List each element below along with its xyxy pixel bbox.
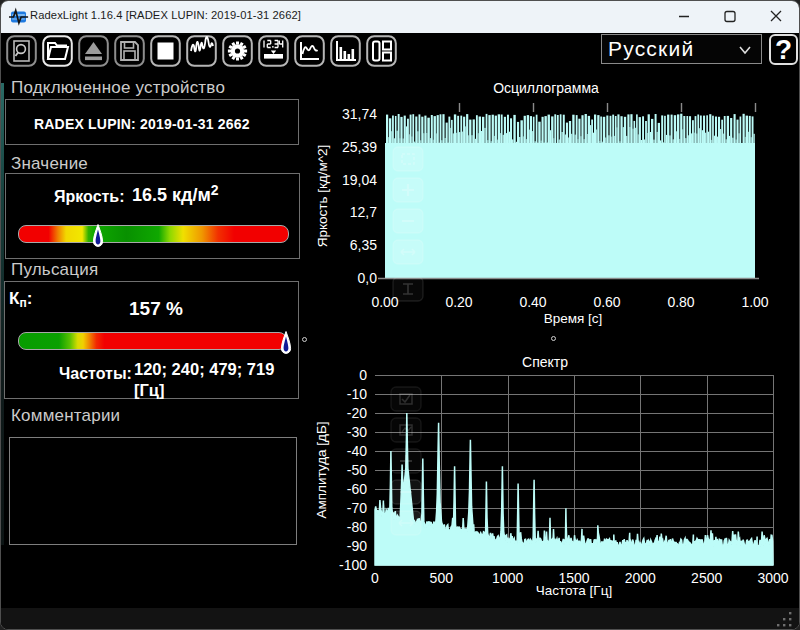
- svg-text:0.40: 0.40: [519, 294, 546, 310]
- svg-text:19,04: 19,04: [342, 172, 377, 188]
- svg-text:-30: -30: [347, 424, 367, 440]
- svg-text:Частота [Гц]: Частота [Гц]: [536, 583, 612, 598]
- svg-text:Осциллограмма: Осциллограмма: [493, 80, 599, 96]
- svg-text:3000: 3000: [757, 570, 788, 586]
- svg-text:-40: -40: [347, 443, 367, 459]
- svg-text:2000: 2000: [625, 570, 656, 586]
- svg-text:25,39: 25,39: [342, 139, 377, 155]
- svg-text:1000: 1000: [492, 570, 523, 586]
- svg-text:0: 0: [371, 570, 379, 586]
- svg-text:2500: 2500: [691, 570, 722, 586]
- svg-text:500: 500: [430, 570, 454, 586]
- svg-text:6,35: 6,35: [350, 237, 377, 253]
- svg-text:-70: -70: [347, 500, 367, 516]
- svg-text:0: 0: [359, 367, 367, 383]
- svg-text:0.60: 0.60: [593, 294, 620, 310]
- svg-text:0.80: 0.80: [667, 294, 694, 310]
- svg-text:-60: -60: [347, 481, 367, 497]
- svg-text:1.00: 1.00: [741, 294, 768, 310]
- svg-text:Спектр: Спектр: [522, 354, 568, 370]
- svg-text:-50: -50: [347, 462, 367, 478]
- svg-text:Амплитуда [дБ]: Амплитуда [дБ]: [314, 421, 329, 518]
- svg-text:-100: -100: [339, 557, 367, 573]
- svg-text:Время [с]: Время [с]: [544, 311, 603, 326]
- svg-text:12,7: 12,7: [350, 204, 377, 220]
- svg-text:-10: -10: [347, 386, 367, 402]
- svg-text:0,0: 0,0: [358, 270, 378, 286]
- svg-text:-20: -20: [347, 405, 367, 421]
- svg-text:-80: -80: [347, 519, 367, 535]
- svg-text:31,74: 31,74: [342, 106, 377, 122]
- svg-text:-90: -90: [347, 538, 367, 554]
- svg-text:0.20: 0.20: [445, 294, 472, 310]
- svg-text:Яркость [кд/м^2]: Яркость [кд/м^2]: [315, 145, 330, 248]
